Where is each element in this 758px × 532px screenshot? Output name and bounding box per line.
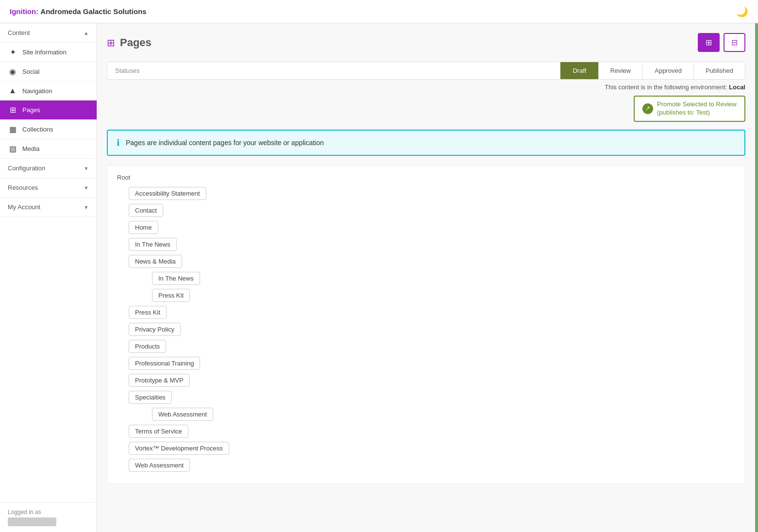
- chevron-down-account-icon: ▼: [84, 204, 89, 210]
- tree-node-privacy-policy: Privacy Policy: [129, 323, 735, 336]
- page-header: ⊞ Pages ⊞ ⊟: [107, 33, 745, 52]
- page-chip-in-the-news[interactable]: In The News: [129, 238, 177, 251]
- page-chip-accessibility-statement[interactable]: Accessibility Statement: [129, 187, 206, 200]
- page-chip-web-assessment-child[interactable]: Web Assessment: [152, 408, 213, 421]
- status-tab-approved[interactable]: Approved: [642, 62, 693, 79]
- page-pages-icon: ⊞: [107, 37, 115, 49]
- sidebar-pages-label: Pages: [22, 106, 40, 114]
- right-edge-bar: [755, 23, 758, 532]
- sidebar-item-pages[interactable]: ⊞ Pages: [0, 100, 97, 120]
- topbar: Ignition: Andromeda Galactic Solutions 🌙: [0, 0, 758, 23]
- info-box: ℹ Pages are individual content pages for…: [107, 130, 745, 156]
- env-text: This content is in the following environ…: [605, 83, 727, 91]
- tree-node-in-the-news: In The News: [129, 238, 735, 251]
- brand-ignition: Ignition:: [10, 7, 38, 16]
- sidebar-collections-label: Collections: [22, 126, 53, 133]
- status-tab-published[interactable]: Published: [693, 62, 745, 79]
- sidebar-navigation-label: Navigation: [22, 87, 52, 95]
- navigation-icon: ▲: [8, 86, 17, 95]
- promote-label: Promote Selected to Review (publishes to…: [657, 100, 737, 117]
- tree-node-professional-training: Professional Training: [129, 357, 735, 370]
- tree-node-home: Home: [129, 221, 735, 234]
- pages-icon: ⊞: [8, 105, 17, 115]
- promote-button[interactable]: ↗ Promote Selected to Review (publishes …: [634, 96, 745, 122]
- brand: Ignition: Andromeda Galactic Solutions: [10, 7, 147, 16]
- tree-node-news-media: News & Media: [129, 255, 735, 268]
- tree-node-news-media-in-the-news: In The News: [152, 272, 735, 285]
- tree-node-news-media-press-kit: Press Kit: [152, 289, 735, 302]
- media-icon: ▨: [8, 144, 17, 153]
- brand-site-name: Andromeda Galactic Solutions: [40, 7, 146, 16]
- tree-node-products: Products: [129, 340, 735, 353]
- info-message: Pages are individual content pages for y…: [126, 139, 324, 147]
- page-chip-contact[interactable]: Contact: [129, 204, 163, 217]
- tree-specialties-children: Web Assessment: [129, 408, 735, 421]
- star-icon: ✦: [8, 48, 17, 57]
- main-content: ⊞ Pages ⊞ ⊟ Statuses Draft Review Approv…: [97, 23, 755, 532]
- sidebar-my-account-label: My Account: [8, 203, 40, 211]
- tree-view-button[interactable]: ⊟: [724, 33, 745, 52]
- statuses-label: Statuses: [107, 62, 560, 79]
- env-value: Local: [729, 83, 745, 91]
- promote-line2: (publishes to: Test): [657, 109, 737, 117]
- page-chip-specialties[interactable]: Specialties: [129, 391, 172, 404]
- moon-icon[interactable]: 🌙: [736, 6, 748, 17]
- sidebar-item-social[interactable]: ◉ Social: [0, 62, 97, 82]
- page-chip-products[interactable]: Products: [129, 340, 166, 353]
- sidebar-item-navigation[interactable]: ▲ Navigation: [0, 82, 97, 100]
- page-chip-web-assessment[interactable]: Web Assessment: [129, 459, 190, 472]
- status-tab-draft[interactable]: Draft: [560, 62, 598, 79]
- collections-icon: ▦: [8, 125, 17, 134]
- header-buttons: ⊞ ⊟: [698, 33, 745, 52]
- status-bar: Statuses Draft Review Approved Published: [107, 62, 745, 80]
- sidebar-section-content[interactable]: Content ▲: [0, 23, 97, 43]
- sidebar-resources-label: Resources: [8, 184, 38, 191]
- page-chip-home[interactable]: Home: [129, 221, 158, 234]
- page-chip-in-the-news-child[interactable]: In The News: [152, 272, 200, 285]
- chevron-up-icon: ▲: [84, 30, 89, 36]
- sidebar-item-collections[interactable]: ▦ Collections: [0, 120, 97, 139]
- social-icon: ◉: [8, 67, 17, 76]
- sidebar-media-label: Media: [22, 145, 39, 152]
- info-circle-icon: ℹ: [117, 137, 120, 148]
- sidebar-section-resources[interactable]: Resources ▼: [0, 178, 97, 198]
- sidebar-footer: Logged in as: [0, 502, 97, 532]
- tree-news-media-children: In The News Press Kit: [129, 272, 735, 302]
- sidebar-item-media[interactable]: ▨ Media: [0, 139, 97, 159]
- sidebar-social-label: Social: [22, 68, 39, 75]
- page-title-row: ⊞ Pages: [107, 36, 152, 49]
- sidebar-configuration-label: Configuration: [8, 165, 45, 172]
- page-chip-terms-of-service[interactable]: Terms of Service: [129, 425, 188, 438]
- tree-node-terms-of-service: Terms of Service: [129, 425, 735, 438]
- main-layout: Content ▲ ✦ Site Information ◉ Social ▲ …: [0, 23, 758, 532]
- page-chip-privacy-policy[interactable]: Privacy Policy: [129, 323, 181, 336]
- tree-root-label: Root: [117, 174, 735, 181]
- tree-level-1: Accessibility Statement Contact Home In …: [117, 187, 735, 472]
- logged-in-label: Logged in as: [8, 509, 41, 515]
- sidebar-section-configuration[interactable]: Configuration ▼: [0, 159, 97, 178]
- tree-node-contact: Contact: [129, 204, 735, 217]
- tree-node-press-kit: Press Kit: [129, 306, 735, 319]
- status-tab-review[interactable]: Review: [598, 62, 643, 79]
- tree-node-vortex: Vortex™ Development Process: [129, 442, 735, 455]
- promote-line1: Promote Selected to Review: [657, 100, 737, 109]
- sidebar-section-my-account[interactable]: My Account ▼: [0, 198, 97, 217]
- page-chip-vortex[interactable]: Vortex™ Development Process: [129, 442, 229, 455]
- sidebar: Content ▲ ✦ Site Information ◉ Social ▲ …: [0, 23, 97, 532]
- page-chip-news-media[interactable]: News & Media: [129, 255, 182, 268]
- grid-view-button[interactable]: ⊞: [698, 33, 720, 52]
- pages-tree: Root Accessibility Statement Contact Hom…: [107, 166, 745, 484]
- tree-node-web-assessment: Web Assessment: [129, 459, 735, 472]
- chevron-down-resources-icon: ▼: [84, 185, 89, 191]
- promote-bar: ↗ Promote Selected to Review (publishes …: [107, 96, 745, 122]
- promote-arrow-icon: ↗: [642, 103, 653, 114]
- page-chip-press-kit-child[interactable]: Press Kit: [152, 289, 190, 302]
- page-chip-professional-training[interactable]: Professional Training: [129, 357, 200, 370]
- page-chip-prototype-mvp[interactable]: Prototype & MVP: [129, 374, 190, 387]
- tree-node-accessibility: Accessibility Statement: [129, 187, 735, 200]
- sidebar-item-site-information[interactable]: ✦ Site Information: [0, 43, 97, 62]
- status-tabs: Draft Review Approved Published: [560, 62, 745, 79]
- environment-bar: This content is in the following environ…: [107, 83, 745, 91]
- page-chip-press-kit[interactable]: Press Kit: [129, 306, 167, 319]
- chevron-down-configuration-icon: ▼: [84, 166, 89, 171]
